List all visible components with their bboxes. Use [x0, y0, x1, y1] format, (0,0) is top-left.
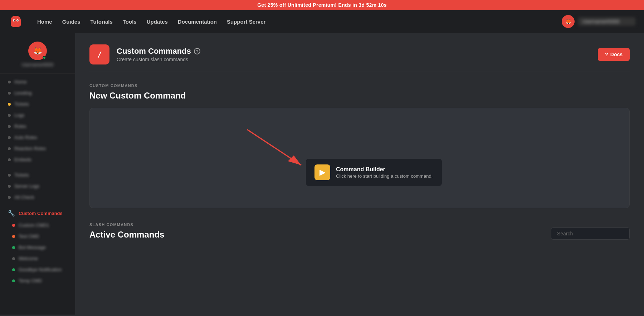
sidebar-item-label: Logs [14, 112, 24, 118]
page-title: Custom Commands ? [117, 47, 200, 56]
sidebar-item-logs[interactable]: Logs [2, 110, 73, 120]
dot-icon [8, 136, 11, 139]
nav-updates[interactable]: Updates [147, 19, 168, 25]
dot-icon [12, 224, 15, 227]
help-icon[interactable]: ? [194, 48, 200, 54]
nav-links: Home Guides Tutorials Tools Updates Docu… [37, 19, 550, 25]
dot-icon [12, 235, 15, 238]
sidebar-item-label: Reaction Roles [14, 146, 46, 151]
sidebar-item-label: Temp CMD [19, 278, 42, 283]
sidebar-item-label: Home [14, 79, 27, 85]
command-builder-title: Command Builder [336, 166, 433, 173]
slash-section-header: SLASH COMMANDS Active Commands [89, 222, 630, 240]
online-indicator [43, 56, 46, 59]
logo[interactable] [9, 14, 23, 29]
search-input[interactable] [551, 228, 630, 240]
page-header-left: / Custom Commands ? Create custom slash … [89, 44, 200, 64]
sidebar-item-label: Goodbye Notification [19, 267, 62, 272]
active-commands-title: Active Commands [89, 230, 164, 240]
command-builder-card[interactable]: ▶ Command Builder Click here to start bu… [306, 159, 442, 186]
sidebar-item-label: Server Logs [14, 183, 39, 189]
dot-icon [8, 81, 11, 83]
nav-documentation[interactable]: Documentation [178, 19, 217, 25]
sidebar-item-label: Tickets [14, 101, 29, 107]
nav-support-server[interactable]: Support Server [227, 19, 265, 25]
sidebar-item-custom-commands[interactable]: 🔧 Custom Commands [2, 207, 73, 219]
username-display: Username#0000 [578, 17, 635, 26]
sidebar-subitem-1[interactable]: Custom CMD1 [2, 220, 73, 230]
nav-tools[interactable]: Tools [123, 19, 137, 25]
sidebar-item-tickets2[interactable]: Tickets [2, 170, 73, 180]
slash-section-label: SLASH COMMANDS [89, 222, 164, 227]
sidebar-item-alt-check[interactable]: Alt Check [2, 192, 73, 202]
navbar: Home Guides Tutorials Tools Updates Docu… [0, 10, 644, 33]
page-header: / Custom Commands ? Create custom slash … [89, 44, 630, 72]
page-icon-label: / [97, 50, 102, 59]
sidebar-item-label: Welcome [19, 256, 38, 261]
nav-user: 🦊 Username#0000 [562, 15, 635, 28]
sidebar-item-server-logs[interactable]: Server Logs [2, 181, 73, 191]
sidebar-item-reaction-roles[interactable]: Reaction Roles [2, 143, 73, 154]
page-icon: / [89, 44, 109, 64]
sidebar-subitem-3[interactable]: Bot Message [2, 242, 73, 253]
avatar[interactable]: 🦊 [562, 15, 575, 28]
dot-icon [12, 268, 15, 271]
promo-bar: Get 25% off Unlimited Premium! Ends in 3… [0, 0, 644, 10]
page-title-block: Custom Commands ? Create custom slash co… [117, 47, 200, 62]
sidebar-item-label: Bot Message [19, 245, 46, 250]
sidebar-user: 🦊 Username#0000 [0, 39, 75, 73]
nav-guides[interactable]: Guides [62, 19, 80, 25]
sidebar-item-label: Auto Roles [14, 135, 37, 140]
sidebar-item-label: Custom Commands [19, 211, 63, 216]
sidebar-subitem-5[interactable]: Goodbye Notification [2, 264, 73, 275]
builder-area: ▶ Command Builder Click here to start bu… [89, 108, 630, 208]
dot-icon [8, 125, 11, 128]
dot-icon [8, 196, 11, 199]
dot-icon [8, 92, 11, 95]
sidebar-subitem-2[interactable]: Test CMD [2, 231, 73, 241]
sidebar: 🦊 Username#0000 Home Leveling Tickets Lo… [0, 33, 75, 315]
nav-home[interactable]: Home [37, 19, 52, 25]
dot-icon [12, 257, 15, 260]
sidebar-item-label: Custom CMD1 [19, 222, 49, 228]
sidebar-item-label: Alt Check [14, 195, 34, 200]
svg-point-5 [18, 20, 19, 21]
section-title-new-command: New Custom Command [89, 91, 630, 101]
docs-icon: ? [605, 52, 608, 57]
dot-icon [8, 114, 11, 117]
svg-point-4 [14, 20, 15, 21]
sidebar-subitem-4[interactable]: Welcome [2, 253, 73, 264]
command-builder-text: Command Builder Click here to start buil… [336, 166, 433, 179]
sidebar-item-home[interactable]: Home [2, 77, 73, 87]
promo-text: Get 25% off Unlimited Premium! Ends in 3… [257, 2, 387, 8]
sidebar-item-auto-roles[interactable]: Auto Roles [2, 132, 73, 143]
docs-button[interactable]: ? Docs [598, 48, 630, 61]
dot-icon [12, 246, 15, 249]
dot-icon [8, 147, 11, 150]
dot-icon [8, 158, 11, 161]
sidebar-subitem-6[interactable]: Temp CMD [2, 276, 73, 286]
sidebar-item-label: Test CMD [19, 234, 39, 239]
builder-arrow-icon: ▶ [319, 168, 326, 177]
sidebar-item-label: Roles [14, 124, 26, 129]
sidebar-item-label: Leveling [14, 90, 31, 96]
sidebar-item-roles[interactable]: Roles [2, 121, 73, 131]
sidebar-item-tickets[interactable]: Tickets [2, 99, 73, 109]
arrow-annotation [90, 108, 629, 208]
dot-icon [8, 185, 11, 188]
page-subtitle: Create custom slash commands [117, 57, 200, 62]
command-builder-icon: ▶ [314, 164, 330, 180]
sidebar-item-leveling[interactable]: Leveling [2, 88, 73, 98]
command-builder-subtitle: Click here to start building a custom co… [336, 173, 433, 179]
slash-section-labels: SLASH COMMANDS Active Commands [89, 222, 164, 240]
sidebar-avatar: 🦊 [28, 42, 47, 60]
dot-icon [8, 103, 11, 106]
main-content: / Custom Commands ? Create custom slash … [75, 33, 644, 315]
section-label-custom: CUSTOM COMMANDS [89, 83, 630, 88]
dot-icon [12, 279, 15, 282]
nav-tutorials[interactable]: Tutorials [91, 19, 113, 25]
svg-line-7 [247, 130, 301, 165]
sidebar-item-embeds[interactable]: Embeds [2, 154, 73, 165]
sidebar-username: Username#0000 [22, 62, 54, 67]
sidebar-item-label: Embeds [14, 157, 31, 162]
